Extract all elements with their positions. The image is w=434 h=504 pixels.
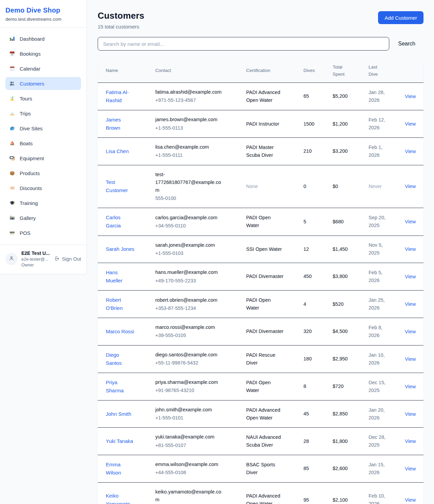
- sidebar-item-pos[interactable]: POS: [5, 226, 81, 239]
- customer-count: 15 total customers: [98, 24, 144, 30]
- view-link[interactable]: View: [405, 356, 416, 362]
- sidebar-item-equipment[interactable]: Equipment: [5, 152, 81, 165]
- customer-email: yuki.tanaka@example.com: [155, 433, 225, 441]
- sidebar-item-label: Training: [20, 200, 38, 206]
- view-link[interactable]: View: [405, 384, 416, 389]
- customer-email: fatima.alrashid@example.com: [155, 88, 225, 96]
- customer-name-link[interactable]: Diego Santos: [106, 351, 136, 367]
- view-link[interactable]: View: [405, 274, 416, 279]
- customer-certification: PADI Rescue Diver: [246, 351, 285, 367]
- customer-name-link[interactable]: Carlos Garcia: [106, 213, 136, 230]
- search-input[interactable]: [98, 37, 389, 51]
- customer-total-spent: $680: [329, 208, 365, 236]
- customer-name-link[interactable]: Yuki Tanaka: [106, 437, 133, 445]
- customer-certification: SSI Open Water: [246, 245, 282, 253]
- sidebar-item-label: Equipment: [20, 155, 44, 161]
- customer-email: sarah.jones@example.com: [155, 241, 225, 249]
- view-link[interactable]: View: [405, 301, 416, 307]
- sidebar-item-training[interactable]: Training: [5, 197, 81, 209]
- customer-last-dive: Feb 5, 2026: [369, 269, 388, 284]
- customer-last-dive: Jan 28, 2026: [369, 89, 388, 104]
- customer-certification: PADI Advanced Open Water: [246, 492, 285, 504]
- customer-last-dive: Jan 25, 2026: [369, 296, 388, 312]
- customer-total-spent: $0: [329, 165, 365, 208]
- table-row: Keiko Yamamoto keiko.yamamoto@example.co…: [98, 482, 423, 504]
- sidebar-item-label: Bookings: [20, 51, 41, 57]
- sidebar-item-customers[interactable]: Customers: [5, 77, 81, 90]
- sidebar-item-products[interactable]: Products: [5, 167, 81, 180]
- sidebar-item-dashboard[interactable]: Dashboard: [5, 32, 81, 45]
- customer-total-spent: $2,850: [329, 400, 365, 428]
- customer-name-link[interactable]: Test Customer: [106, 178, 136, 194]
- sidebar-item-boats[interactable]: Boats: [5, 137, 81, 150]
- sign-out-label: Sign Out: [62, 256, 81, 262]
- sidebar-item-label: Gallery: [20, 215, 36, 221]
- customer-dives: 1500: [300, 110, 329, 138]
- add-customer-button[interactable]: Add Customer: [378, 11, 423, 24]
- customers-table: NameContactCertificationDivesTotal Spent…: [98, 59, 423, 504]
- user-role: Owner: [21, 262, 51, 268]
- customer-last-dive: Nov 5, 2025: [369, 241, 388, 257]
- customer-email: carlos.garcia@example.com: [155, 214, 225, 222]
- view-link[interactable]: View: [405, 497, 416, 503]
- view-link[interactable]: View: [405, 438, 416, 444]
- sidebar-item-trips[interactable]: Trips: [5, 107, 81, 120]
- customer-total-spent: $2,100: [329, 482, 365, 504]
- customer-total-spent: $1,800: [329, 428, 365, 455]
- customer-phone: +1-555-0113: [155, 124, 239, 132]
- customer-email: marco.rossi@example.com: [155, 323, 225, 331]
- customer-name-link[interactable]: John Smith: [106, 410, 131, 418]
- customer-certification: PADI Instructor: [246, 120, 279, 128]
- view-link[interactable]: View: [405, 121, 416, 127]
- table-row: Fatima Al-Rashid fatima.alrashid@example…: [98, 82, 423, 110]
- dive-mask-icon: [9, 155, 15, 161]
- view-link[interactable]: View: [405, 411, 416, 417]
- svg-text:17: 17: [11, 54, 14, 56]
- customer-name-link[interactable]: Sarah Jones: [106, 245, 134, 253]
- customer-last-dive: Jan 15, 2026: [369, 461, 388, 477]
- customer-total-spent: $2,950: [329, 345, 365, 373]
- customer-dives: 45: [300, 400, 329, 428]
- view-link[interactable]: View: [405, 466, 416, 471]
- customer-phone: +353-87-555-1234: [155, 304, 239, 312]
- view-link[interactable]: View: [405, 93, 416, 99]
- customer-name-link[interactable]: Emma Wilson: [106, 461, 136, 477]
- view-link[interactable]: View: [405, 183, 416, 189]
- customer-name-link[interactable]: Fatima Al-Rashid: [106, 88, 136, 105]
- sidebar-item-bookings[interactable]: 17 Bookings: [5, 47, 81, 60]
- sailboat-icon: [9, 140, 15, 146]
- search-button[interactable]: Search: [389, 41, 423, 47]
- view-link[interactable]: View: [405, 219, 416, 224]
- customer-name-link[interactable]: Marco Rossi: [106, 328, 134, 336]
- view-link[interactable]: View: [405, 246, 416, 252]
- sign-out-button[interactable]: Sign Out: [54, 256, 81, 262]
- customer-dives: 180: [300, 345, 329, 373]
- customer-phone: 555-0100: [155, 194, 239, 202]
- sidebar-item-discounts[interactable]: Discounts: [5, 182, 81, 194]
- customer-name-link[interactable]: Keiko Yamamoto: [106, 492, 136, 504]
- user-info: E2E Test U... e2e-tester@... Owner: [21, 250, 51, 268]
- sidebar-item-dive-sites[interactable]: Dive Sites: [5, 122, 81, 135]
- customer-last-dive: Feb 8, 2026: [369, 324, 388, 339]
- customer-total-spent: $720: [329, 373, 365, 400]
- sidebar-item-label: Trips: [20, 111, 31, 116]
- customer-dives: 450: [300, 263, 329, 290]
- view-link[interactable]: View: [405, 329, 416, 334]
- customer-name-link[interactable]: Lisa Chen: [106, 147, 129, 155]
- customer-dives: 210: [300, 138, 329, 165]
- calendar-pad-icon: [9, 66, 15, 72]
- sidebar-item-tours[interactable]: Tours: [5, 92, 81, 105]
- customer-name-link[interactable]: James Brown: [106, 116, 136, 132]
- customer-last-dive: Jan 10, 2026: [369, 351, 388, 367]
- customer-name-link[interactable]: Hans Mueller: [106, 268, 136, 285]
- sidebar-item-gallery[interactable]: Gallery: [5, 211, 81, 224]
- customer-name-link[interactable]: Priya Sharma: [106, 378, 136, 395]
- customer-phone: +1-555-0101: [155, 414, 239, 422]
- customers-table-card: NameContactCertificationDivesTotal Spent…: [98, 59, 423, 504]
- customer-phone: +1-555-0111: [155, 151, 239, 159]
- view-link[interactable]: View: [405, 148, 416, 154]
- customer-total-spent: $5,200: [329, 82, 365, 110]
- customer-phone: +34-555-0110: [155, 222, 239, 230]
- sidebar-item-calendar[interactable]: Calendar: [5, 62, 81, 75]
- customer-name-link[interactable]: Robert O'Brien: [106, 296, 136, 312]
